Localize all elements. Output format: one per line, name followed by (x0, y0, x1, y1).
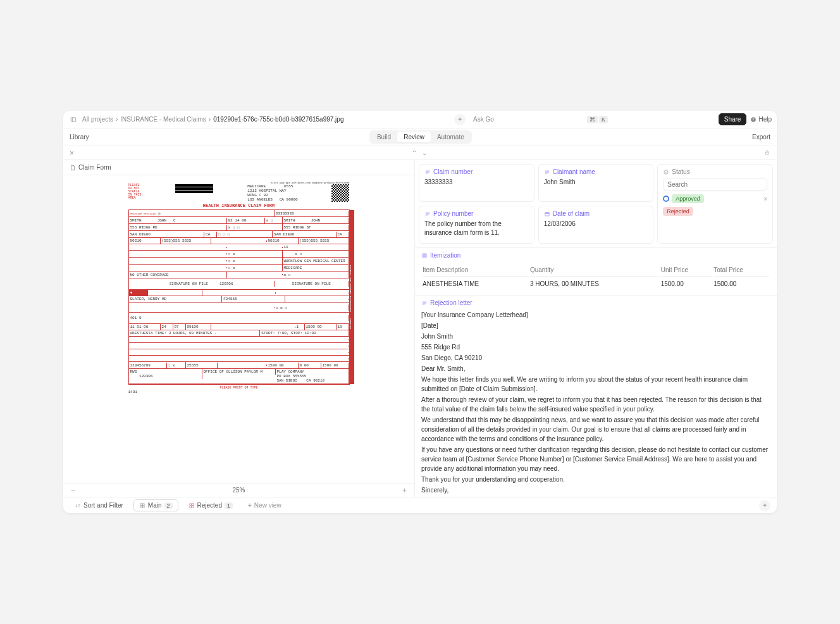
new-view-button[interactable]: + New view (243, 500, 287, 511)
doc-title: Claim Form (78, 164, 111, 171)
lock-icon[interactable] (764, 149, 770, 157)
chevron-up-icon[interactable]: ⌃ (409, 149, 419, 156)
left-panel: Claim Form visit www.wps.software.com/sa… (63, 160, 415, 497)
breadcrumb-project[interactable]: INSURANCE - Medical Claims (120, 116, 206, 123)
svg-rect-27 (142, 506, 144, 508)
svg-point-11 (664, 170, 668, 173)
svg-rect-25 (142, 503, 144, 505)
rejection-letter-section: Rejection letter [Your Insurance Company… (415, 295, 777, 497)
app-window: All projects › INSURANCE - Medical Claim… (63, 111, 777, 513)
document-icon (70, 165, 76, 171)
view-rejected[interactable]: Rejected 1 (183, 500, 238, 511)
zoom-in-button[interactable]: + (402, 486, 407, 495)
chevron-icon: › (116, 116, 118, 123)
side-label: PATIENT AND INSURED INFORMATION CARRIER (349, 210, 354, 384)
zoom-controls: − 25% + (63, 483, 414, 497)
view-main[interactable]: Main 2 (133, 499, 178, 511)
sort-filter-button[interactable]: Sort and Filter (70, 500, 128, 511)
col-qty: Quantity (530, 264, 660, 277)
col-total: Total Price (713, 264, 769, 277)
zoom-level: 25% (232, 487, 245, 494)
svg-rect-15 (545, 212, 549, 216)
nav-row: × ⌃ ⌄ (63, 146, 777, 160)
text-icon (424, 211, 431, 217)
grid-icon (139, 502, 145, 509)
svg-rect-31 (192, 506, 194, 508)
topbar: All projects › INSURANCE - Medical Claim… (63, 111, 777, 128)
svg-rect-28 (189, 503, 191, 505)
status-option-approved[interactable]: Approved × (663, 194, 767, 203)
svg-rect-4 (766, 152, 769, 154)
table-row[interactable]: ANESTHESIA TIME3 HOURS, 00 MINUTES1500.0… (423, 278, 769, 290)
kbd-shortcut: ⌘K (587, 116, 608, 123)
card-date-of-claim[interactable]: Date of claim 12/03/2006 (538, 206, 654, 244)
col-desc: Item Description (423, 264, 529, 277)
claim-form-image: visit www.wps.software.com/samples/workp… (128, 182, 350, 394)
svg-rect-24 (140, 503, 142, 505)
tab-automate[interactable]: Automate (431, 132, 471, 142)
sort-icon (75, 502, 81, 509)
rejection-letter-body[interactable]: [Your Insurance Company Letterhead][Date… (421, 310, 770, 497)
text-icon (424, 169, 431, 175)
qr-code (331, 184, 349, 202)
itemization-table: Item Description Quantity Unit Price Tot… (421, 263, 770, 291)
tab-build[interactable]: Build (371, 132, 397, 142)
tab-review[interactable]: Review (397, 132, 431, 142)
library-label[interactable]: Library (70, 134, 89, 140)
close-icon[interactable]: × (763, 196, 767, 203)
card-claimant-name[interactable]: Claimant name John Smith (538, 164, 654, 202)
share-button[interactable]: Share (719, 113, 747, 125)
text-icon (421, 300, 428, 306)
itemization-section: Itemization Item Description Quantity Un… (415, 247, 777, 295)
help-button[interactable]: ? Help (750, 116, 772, 123)
svg-rect-0 (71, 117, 76, 121)
svg-text:?: ? (753, 117, 755, 121)
export-button[interactable]: Export (752, 134, 770, 140)
sidebar-toggle-icon[interactable] (68, 115, 78, 125)
breadcrumb-file[interactable]: 019290e1-576c-755c-b0d0-b3927615a997.jpg (213, 116, 343, 123)
status-option-rejected[interactable]: Rejected (663, 207, 767, 216)
bottombar: Sort and Filter Main 2 Rejected 1 + New … (63, 497, 777, 513)
svg-rect-26 (140, 506, 142, 508)
calendar-icon (544, 211, 550, 217)
card-policy-number[interactable]: Policy number The policy number from the… (419, 206, 534, 244)
svg-rect-30 (189, 506, 191, 508)
chevron-down-icon[interactable]: ⌄ (419, 149, 429, 156)
chevron-icon: › (209, 116, 211, 123)
list-icon (421, 253, 428, 259)
status-search-input[interactable] (663, 178, 767, 190)
doc-header: Claim Form (63, 160, 414, 175)
text-icon (544, 169, 550, 175)
svg-rect-29 (192, 503, 194, 505)
right-panel: Claim number 33333333 Claimant name John… (415, 160, 777, 497)
document-viewer[interactable]: visit www.wps.software.com/samples/workp… (63, 175, 414, 483)
mode-tabs: Build Review Automate (369, 130, 472, 144)
content: Claim Form visit www.wps.software.com/sa… (63, 160, 777, 497)
zoom-out-button[interactable]: − (71, 486, 75, 495)
grid-icon (188, 502, 195, 509)
plus-icon: + (248, 502, 252, 509)
subbar: Library Build Review Automate Export (63, 128, 777, 146)
close-icon[interactable]: × (70, 149, 74, 158)
card-status[interactable]: Status Approved × Rejected (657, 164, 773, 244)
field-cards: Claim number 33333333 Claimant name John… (415, 160, 777, 247)
card-claim-number[interactable]: Claim number 33333333 (419, 164, 534, 202)
breadcrumb-root[interactable]: All projects (82, 116, 113, 123)
radio-icon (663, 196, 669, 202)
check-circle-icon (663, 169, 669, 175)
sparkle-icon[interactable]: ✦ (759, 500, 770, 511)
breadcrumb: All projects › INSURANCE - Medical Claim… (82, 116, 343, 123)
ask-go-input[interactable]: Ask Go (469, 114, 583, 125)
sparkle-icon[interactable]: ✦ (454, 114, 466, 125)
col-unit: Unit Price (661, 264, 713, 277)
